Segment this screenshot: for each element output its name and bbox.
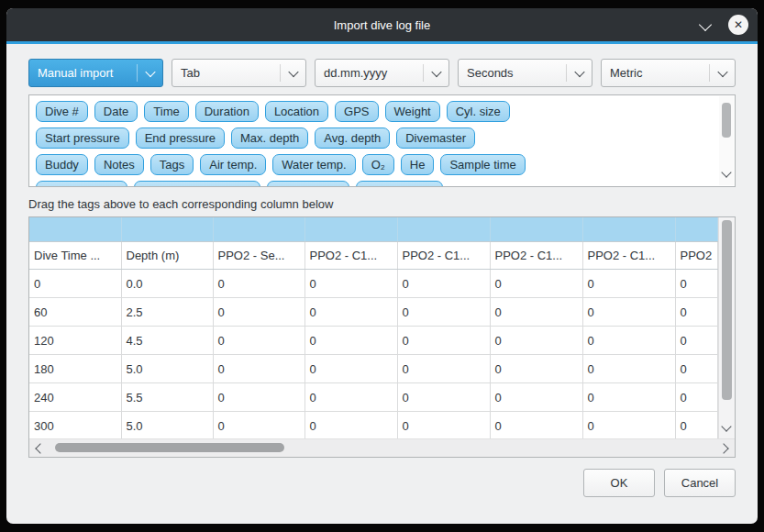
field-tag[interactable]: End pressure <box>136 127 225 149</box>
scrollbar-thumb[interactable] <box>55 443 284 452</box>
grid-wrap: Dive Time ...Depth (m)PPO2 - Se...PPO2 -… <box>29 217 718 438</box>
import-mode-select[interactable]: Manual import <box>28 59 163 87</box>
field-tag[interactable]: Divemaster <box>396 127 475 149</box>
scroll-right-icon[interactable] <box>718 443 728 453</box>
field-tag[interactable]: Cyl. size <box>447 101 510 122</box>
tag-pool-scrollbar[interactable] <box>719 96 734 185</box>
table-cell: 0 <box>397 355 490 383</box>
field-tag[interactable]: Max. depth <box>231 127 308 149</box>
field-tag[interactable]: He <box>401 154 435 175</box>
field-tag[interactable]: Buddy <box>36 154 88 175</box>
tag-row: Dive #DateTimeDurationLocationGPSWeightC… <box>36 101 714 122</box>
scroll-left-icon[interactable] <box>35 443 45 453</box>
table-vertical-scrollbar[interactable] <box>718 217 735 438</box>
column-drop-target[interactable] <box>29 217 121 242</box>
table-horizontal-scrollbar[interactable] <box>29 438 735 457</box>
field-tag[interactable]: Start pressure <box>36 127 129 149</box>
scroll-down-icon[interactable] <box>721 167 731 177</box>
table-cell: 0 <box>213 270 304 298</box>
table-cell: 0 <box>582 298 675 327</box>
table-cell: 0 <box>397 327 490 355</box>
tag-row: Sample depthSample temperatureSample pO₂… <box>36 181 714 187</box>
column-header: PPO2 - C1... <box>397 242 490 270</box>
column-header: PPO2 - C1... <box>490 242 582 270</box>
field-tag[interactable]: Avg. depth <box>315 127 390 149</box>
table-cell: 0 <box>675 270 718 298</box>
field-tag[interactable]: Notes <box>94 154 144 175</box>
column-drop-target[interactable] <box>397 217 490 242</box>
field-tag[interactable]: Tags <box>150 154 194 175</box>
table-cell: 0 <box>582 412 675 439</box>
table-cell: 0.0 <box>121 270 213 298</box>
column-header: PPO2 - C1... <box>304 242 397 270</box>
instruction-text: Drag the tags above to each correspondin… <box>28 197 736 211</box>
titlebar[interactable]: Import dive log file ✕ <box>6 8 758 41</box>
table-cell: 0 <box>304 270 397 298</box>
table-cell: 0 <box>397 298 490 327</box>
table-cell: 120 <box>29 327 121 355</box>
field-tag[interactable]: Date <box>94 101 138 122</box>
field-tag[interactable]: Location <box>265 101 328 122</box>
table-cell: 0 <box>304 355 397 383</box>
field-tag[interactable]: Sample CNS <box>356 181 443 187</box>
table-row: 2405.5000000 <box>29 383 718 412</box>
column-header: PPO2 <box>675 242 718 270</box>
chevron-down-icon[interactable] <box>695 15 715 35</box>
column-drop-target[interactable] <box>213 217 304 242</box>
field-tag[interactable]: O₂ <box>362 154 394 175</box>
format-options-row: Manual importTabdd.mm.yyyySecondsMetric <box>28 59 736 87</box>
table-cell: 0 <box>675 355 718 383</box>
table-cell: 2.5 <box>121 298 213 327</box>
table-cell: 0 <box>490 383 582 412</box>
units-select[interactable]: Metric <box>601 59 736 87</box>
table-cell: 180 <box>29 355 121 383</box>
field-separator-select[interactable]: Tab <box>172 59 306 87</box>
column-drop-target[interactable] <box>582 217 675 242</box>
column-drop-target[interactable] <box>675 217 718 242</box>
table-cell: 0 <box>397 412 490 439</box>
dialog-content: Manual importTabdd.mm.yyyySecondsMetric … <box>6 44 758 524</box>
field-tag[interactable]: Sample temperature <box>134 181 260 187</box>
table-cell: 0 <box>397 383 490 412</box>
ok-button[interactable]: OK <box>583 469 655 497</box>
field-tag[interactable]: Time <box>144 101 188 122</box>
table-row: 602.5000000 <box>29 298 718 327</box>
time-format-select[interactable]: Seconds <box>458 59 592 87</box>
chevron-down-icon <box>431 66 441 76</box>
table-cell: 0 <box>675 383 718 412</box>
column-drop-target[interactable] <box>121 217 213 242</box>
combo-selected-value: Manual import <box>29 66 113 80</box>
field-tag[interactable]: Air temp. <box>200 154 266 175</box>
scrollbar-thumb[interactable] <box>722 220 732 400</box>
field-tag[interactable]: GPS <box>335 101 378 122</box>
column-header: PPO2 - Se... <box>213 242 304 270</box>
scrollbar-track[interactable] <box>51 439 713 457</box>
table-cell: 0 <box>582 383 675 412</box>
field-tag[interactable]: Sample time <box>440 154 525 175</box>
window-title: Import dive log file <box>6 18 758 32</box>
table-cell: 0 <box>582 327 675 355</box>
field-tag[interactable]: Sample depth <box>36 181 127 187</box>
date-format-select[interactable]: dd.mm.yyyy <box>315 59 449 87</box>
table-cell: 0 <box>582 270 675 298</box>
scrollbar-thumb[interactable] <box>722 103 731 138</box>
field-tag[interactable]: Weight <box>385 101 440 122</box>
column-drop-target[interactable] <box>490 217 582 242</box>
table-cell: 60 <box>29 298 121 327</box>
close-icon[interactable]: ✕ <box>728 15 748 35</box>
table-cell: 0 <box>675 327 718 355</box>
field-tag[interactable]: Duration <box>195 101 259 122</box>
scroll-down-icon[interactable] <box>721 421 731 431</box>
column-drop-target[interactable] <box>304 217 397 242</box>
combo-selected-value: Metric <box>602 66 642 80</box>
field-tag[interactable]: Water temp. <box>272 154 355 175</box>
table-cell: 0 <box>213 355 304 383</box>
import-dialog: Import dive log file ✕ Manual importTabd… <box>6 8 758 524</box>
table-cell: 5.0 <box>121 412 213 439</box>
table-cell: 5.5 <box>121 383 213 412</box>
chevron-down-icon <box>717 66 727 76</box>
field-tag[interactable]: Dive # <box>36 101 88 122</box>
field-tag[interactable]: Sample pO₂ <box>267 181 349 187</box>
tag-row: Start pressureEnd pressureMax. depthAvg.… <box>36 127 714 149</box>
cancel-button[interactable]: Cancel <box>664 469 736 497</box>
